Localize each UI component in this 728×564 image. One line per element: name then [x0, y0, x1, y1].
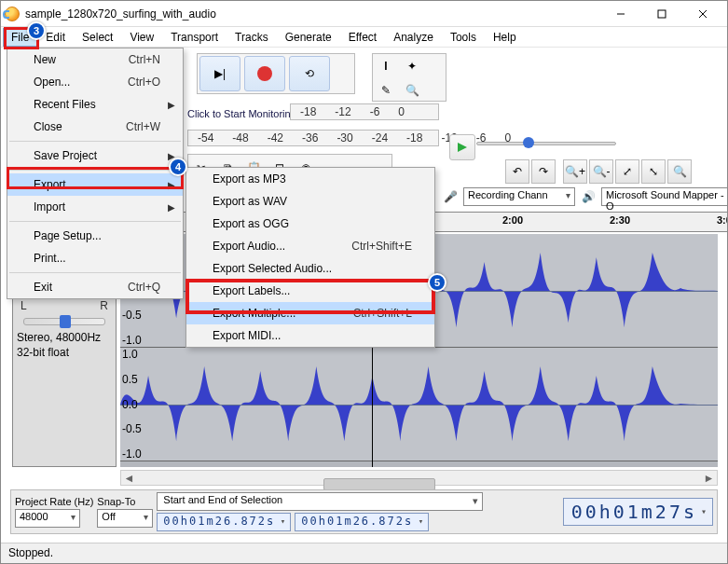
menu-page-setup[interactable]: Page Setup... [7, 225, 183, 247]
menu-export-ogg[interactable]: Export as OGG [186, 213, 434, 235]
app-icon [5, 7, 20, 21]
menu-new[interactable]: NewCtrl+N [7, 48, 183, 71]
loop-button[interactable]: ⟲ [289, 56, 330, 91]
selection-end-time[interactable]: 00h01m26.872s [295, 513, 429, 531]
menu-view[interactable]: View [121, 28, 162, 47]
menu-print[interactable]: Print... [7, 247, 183, 269]
menu-save-project[interactable]: Save Project▶ [7, 144, 183, 167]
history-zoom-toolbar: ↶ ↷ 🔍+ 🔍- ⤢ ⤡ 🔍 [504, 159, 693, 184]
menu-transport[interactable]: Transport [162, 28, 227, 47]
zoom-out-icon: 🔍- [593, 165, 611, 178]
annotation-4: 4 [169, 158, 187, 176]
redo-button[interactable]: ↷ [531, 159, 556, 184]
playback-meter-scale: -54-48-42-36-30-24-18-12-60 [187, 130, 439, 146]
chevron-right-icon: ▶ [168, 100, 175, 110]
annotation-3: 3 [27, 21, 46, 40]
svg-marker-4 [458, 143, 467, 152]
file-menu-dropdown: NewCtrl+N Open...Ctrl+O Recent Files▶ Cl… [7, 48, 184, 299]
menu-select[interactable]: Select [74, 28, 121, 47]
waveform-channel-right[interactable]: 1.00.50.0-0.5-1.0 [120, 348, 718, 461]
menu-close[interactable]: CloseCtrl+W [7, 116, 183, 138]
zoom-out-button[interactable]: 🔍- [589, 159, 613, 184]
selection-toolbar: Project Rate (Hz) 48000 Snap-To Off Star… [10, 489, 718, 534]
snap-to-select[interactable]: Off [97, 509, 153, 528]
menu-recent-files[interactable]: Recent Files▶ [7, 93, 183, 116]
menu-analyze[interactable]: Analyze [385, 28, 442, 47]
playback-speed-slider[interactable] [476, 139, 616, 150]
fit-project-button[interactable]: ⤡ [641, 159, 666, 184]
close-button[interactable] [682, 1, 723, 27]
minimize-button[interactable] [600, 1, 641, 27]
magnifier-icon: 🔍 [405, 84, 419, 97]
recording-channels-select[interactable]: Recording Chann [463, 187, 575, 206]
undo-icon: ↶ [513, 165, 522, 178]
window-title: sample_1280x720_surfing_with_audio [25, 7, 600, 21]
play-at-speed-button[interactable] [449, 134, 475, 160]
menu-export-mp3[interactable]: Export as MP3 [186, 168, 434, 190]
title-bar: sample_1280x720_surfing_with_audio [1, 1, 727, 27]
audio-position-time[interactable]: 00h01m27s [563, 498, 713, 526]
selection-mode-select[interactable]: Start and End of Selection [157, 492, 483, 511]
zoom-toggle-button[interactable]: 🔍 [667, 159, 692, 184]
menu-export-labels[interactable]: Export Labels... [186, 280, 434, 302]
fit-selection-button[interactable]: ⤢ [615, 159, 639, 184]
menu-export-midi[interactable]: Export MIDI... [186, 324, 434, 347]
menu-open[interactable]: Open...Ctrl+O [7, 71, 183, 93]
draw-tool-button[interactable]: ✎ [374, 79, 398, 102]
menu-export-multiple[interactable]: Export Multiple...Ctrl+Shift+L [186, 302, 434, 324]
envelope-icon: ✦ [407, 60, 417, 73]
scroll-left-button[interactable]: ◄ [121, 471, 137, 485]
speaker-icon: 🔊 [579, 188, 598, 205]
menu-bar: File Edit Select View Transport Tracks G… [1, 27, 727, 48]
menu-export-audio[interactable]: Export Audio...Ctrl+Shift+E [186, 235, 434, 257]
device-toolbar: 🎤 Recording Chann 🔊 Microsoft Sound Mapp… [439, 187, 728, 206]
record-button[interactable] [244, 56, 285, 91]
pan-slider[interactable] [23, 318, 105, 325]
selection-tool-button[interactable]: I [374, 55, 398, 77]
tools-toolbar: I ✦ ✎ 🔍 ✱ [372, 53, 446, 102]
selection-start-time[interactable]: 00h01m26.872s [157, 513, 291, 531]
undo-button[interactable]: ↶ [505, 159, 529, 184]
horizontal-scrollbar[interactable]: ◄ ► [120, 470, 718, 486]
menu-export-wav[interactable]: Export as WAV [186, 190, 434, 213]
mic-icon: 🎤 [441, 188, 460, 205]
menu-effect[interactable]: Effect [340, 28, 385, 47]
menu-tools[interactable]: Tools [442, 28, 485, 47]
menu-help[interactable]: Help [485, 28, 525, 47]
envelope-tool-button[interactable]: ✦ [400, 55, 424, 77]
status-text: Stopped. [8, 546, 53, 559]
export-submenu: Export as MP3 Export as WAV Export as OG… [185, 167, 435, 348]
status-bar: Stopped. [1, 543, 727, 563]
record-meter-hint[interactable]: Click to Start Monitoring [187, 108, 296, 119]
menu-generate[interactable]: Generate [277, 28, 340, 47]
playback-device-select[interactable]: Microsoft Sound Mapper - O [601, 187, 728, 206]
menu-tracks[interactable]: Tracks [227, 28, 277, 47]
maximize-button[interactable] [641, 1, 682, 27]
transport-toolbar: ▶| ⟲ [197, 53, 355, 94]
zoom-in-icon: 🔍+ [565, 165, 585, 178]
menu-import[interactable]: Import▶ [7, 196, 183, 218]
redo-icon: ↷ [539, 165, 548, 178]
record-meter-scale: -18-12-60 [290, 103, 439, 120]
zoom-tool-button[interactable]: 🔍 [400, 79, 424, 102]
project-rate-select[interactable]: 48000 [15, 509, 80, 528]
menu-exit[interactable]: ExitCtrl+Q [7, 276, 183, 298]
annotation-5: 5 [428, 273, 446, 292]
skip-end-button[interactable]: ▶| [199, 56, 240, 91]
pencil-icon: ✎ [381, 84, 391, 97]
zoom-in-button[interactable]: 🔍+ [563, 159, 587, 184]
scroll-right-button[interactable]: ► [701, 471, 717, 485]
menu-export-selected[interactable]: Export Selected Audio... [186, 257, 434, 280]
play-icon [457, 142, 468, 153]
menu-export[interactable]: Export▶ [7, 173, 183, 196]
svg-rect-1 [658, 10, 666, 18]
